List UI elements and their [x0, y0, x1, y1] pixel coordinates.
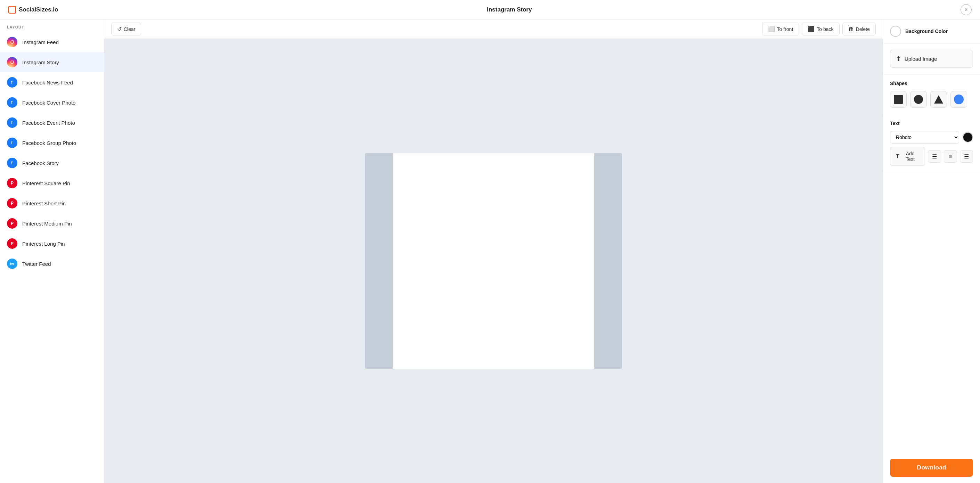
align-right-button[interactable]: ☰: [960, 150, 973, 163]
logo-icon: [8, 6, 16, 14]
shape-circle-blue-icon: [954, 95, 964, 104]
to-back-label: To back: [817, 26, 834, 32]
svg-text:P: P: [11, 241, 14, 246]
facebook-icon: f: [7, 158, 18, 168]
to-front-button[interactable]: ⬜ To front: [762, 22, 799, 35]
shapes-section: Shapes: [883, 75, 980, 114]
delete-button[interactable]: 🗑 Delete: [842, 22, 876, 35]
shapes-row: [890, 91, 973, 108]
clear-label: Clear: [124, 26, 135, 32]
upload-label: Upload Image: [905, 56, 937, 62]
clear-button[interactable]: ↺ Clear: [111, 22, 141, 35]
sidebar-item-facebook-group-photo[interactable]: f Facebook Group Photo: [0, 133, 104, 153]
canvas-viewport: [104, 39, 883, 483]
sidebar-item-twitter-feed[interactable]: tw Twitter Feed: [0, 254, 104, 274]
page-title: Instagram Story: [487, 6, 532, 13]
sidebar-item-label-facebook-group-photo: Facebook Group Photo: [22, 140, 76, 146]
sidebar-section-label: LAYOUT: [0, 19, 104, 32]
main-layout: LAYOUT Instagram Feed Instagram Story f …: [0, 19, 980, 483]
sidebar-item-label-pinterest-long-pin: Pinterest Long Pin: [22, 241, 65, 247]
align-left-button[interactable]: ☰: [928, 150, 941, 163]
svg-text:P: P: [11, 201, 14, 206]
sidebar-item-label-pinterest-medium-pin: Pinterest Medium Pin: [22, 221, 72, 227]
bg-color-label: Background Color: [905, 29, 948, 34]
sidebar-item-facebook-news-feed[interactable]: f Facebook News Feed: [0, 72, 104, 92]
clear-icon: ↺: [117, 26, 122, 32]
facebook-icon: f: [7, 77, 18, 87]
svg-text:f: f: [11, 80, 13, 85]
text-align-row: T Add Text ☰ ≡ ☰: [890, 147, 973, 166]
pinterest-icon: P: [7, 218, 18, 229]
align-center-button[interactable]: ≡: [944, 150, 957, 163]
to-front-label: To front: [777, 26, 793, 32]
pinterest-icon: P: [7, 198, 18, 208]
font-select[interactable]: RobotoArialHelveticaTimes New RomanGeorg…: [890, 131, 959, 143]
shape-circle-button[interactable]: [910, 91, 927, 108]
sidebar-item-label-facebook-event-photo: Facebook Event Photo: [22, 120, 75, 126]
shape-circle-blue-button[interactable]: [950, 91, 967, 108]
align-right-icon: ☰: [964, 153, 969, 160]
sidebar-item-pinterest-square-pin[interactable]: P Pinterest Square Pin: [0, 173, 104, 193]
facebook-icon: f: [7, 138, 18, 148]
sidebar-item-label-facebook-story: Facebook Story: [22, 160, 59, 166]
canvas-shadow-right: [594, 153, 622, 369]
text-color-picker[interactable]: [963, 132, 973, 143]
sidebar-item-pinterest-medium-pin[interactable]: P Pinterest Medium Pin: [0, 213, 104, 234]
svg-text:f: f: [11, 100, 13, 105]
shape-square-icon: [894, 95, 903, 104]
svg-text:P: P: [11, 181, 14, 186]
add-text-button[interactable]: T Add Text: [890, 147, 925, 166]
svg-point-3: [13, 61, 14, 62]
svg-text:P: P: [11, 221, 14, 226]
sidebar-item-facebook-event-photo[interactable]: f Facebook Event Photo: [0, 113, 104, 133]
to-front-icon: ⬜: [768, 26, 775, 32]
download-section: Download: [883, 453, 980, 483]
text-controls: RobotoArialHelveticaTimes New RomanGeorg…: [890, 131, 973, 166]
canvas-area: ↺ Clear ⬜ To front ⬛ To back 🗑 Delete: [104, 19, 883, 483]
upload-image-section: ⬆ Upload Image: [883, 43, 980, 75]
add-text-icon: T: [896, 153, 899, 159]
sidebar-item-label-facebook-cover-photo: Facebook Cover Photo: [22, 100, 75, 106]
upload-icon: ⬆: [896, 55, 901, 62]
sidebar-item-label-twitter-feed: Twitter Feed: [22, 261, 51, 267]
shape-square-button[interactable]: [890, 91, 907, 108]
bg-color-row: Background Color: [890, 26, 973, 37]
align-center-icon: ≡: [949, 153, 952, 159]
shape-triangle-button[interactable]: [930, 91, 947, 108]
twitter-icon: tw: [7, 259, 18, 269]
canvas-main[interactable]: [393, 153, 594, 369]
to-back-button[interactable]: ⬛ To back: [802, 22, 839, 35]
right-panel: Background Color ⬆ Upload Image Shapes: [883, 19, 980, 483]
sidebar-item-pinterest-short-pin[interactable]: P Pinterest Short Pin: [0, 193, 104, 213]
instagram-icon: [7, 57, 18, 67]
text-section: Text RobotoArialHelveticaTimes New Roman…: [883, 114, 980, 172]
facebook-icon: f: [7, 97, 18, 108]
app-name: SocialSizes.io: [19, 6, 58, 13]
svg-text:tw: tw: [10, 262, 14, 266]
canvas-shadow-left: [365, 153, 393, 369]
add-text-label: Add Text: [902, 151, 919, 162]
sidebar-item-instagram-feed[interactable]: Instagram Feed: [0, 32, 104, 52]
sidebar-item-instagram-story[interactable]: Instagram Story: [0, 52, 104, 72]
close-button[interactable]: ×: [961, 4, 972, 15]
bg-color-picker[interactable]: [890, 26, 901, 37]
svg-text:f: f: [11, 140, 13, 145]
sidebar-item-facebook-story[interactable]: f Facebook Story: [0, 153, 104, 173]
svg-text:f: f: [11, 120, 13, 125]
sidebar-item-facebook-cover-photo[interactable]: f Facebook Cover Photo: [0, 92, 104, 113]
sidebar-item-pinterest-long-pin[interactable]: P Pinterest Long Pin: [0, 234, 104, 254]
shape-triangle-icon: [934, 95, 943, 103]
toolbar-left: ↺ Clear: [111, 22, 141, 35]
canvas-wrapper: [365, 153, 622, 369]
svg-text:f: f: [11, 160, 13, 165]
background-color-section: Background Color: [883, 19, 980, 43]
upload-image-button[interactable]: ⬆ Upload Image: [890, 50, 973, 68]
app-logo: SocialSizes.io: [8, 6, 58, 14]
shapes-label: Shapes: [890, 81, 973, 86]
download-button[interactable]: Download: [890, 459, 973, 477]
sidebar-item-label-instagram-feed: Instagram Feed: [22, 39, 59, 45]
sidebar-item-label-pinterest-square-pin: Pinterest Square Pin: [22, 180, 70, 186]
sidebar-item-label-facebook-news-feed: Facebook News Feed: [22, 79, 73, 86]
instagram-icon: [7, 37, 18, 47]
canvas-toolbar: ↺ Clear ⬜ To front ⬛ To back 🗑 Delete: [104, 19, 883, 39]
